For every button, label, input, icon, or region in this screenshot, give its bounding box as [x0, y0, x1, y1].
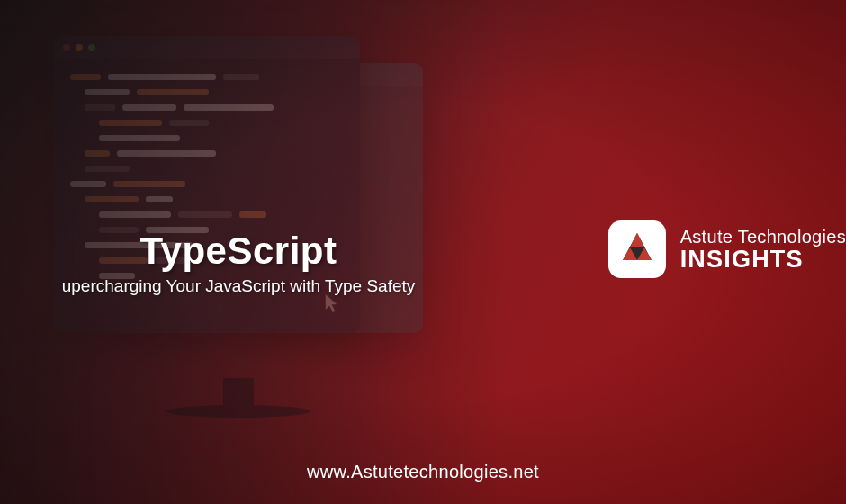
hero-subtitle: upercharging Your JavaScript with Type S…	[0, 276, 477, 296]
window-titlebar	[54, 36, 360, 59]
monitor-stand	[202, 378, 274, 423]
maximize-dot-icon	[88, 44, 95, 51]
hero-text: TypeScript upercharging Your JavaScript …	[0, 230, 477, 296]
hero-title: TypeScript	[0, 230, 477, 273]
brand-text: Astute Technologies INSIGHTS	[680, 227, 846, 272]
brand-block: Astute Technologies INSIGHTS	[608, 220, 846, 278]
brand-logo-icon	[608, 220, 666, 278]
brand-tagline: INSIGHTS	[680, 248, 846, 272]
code-editor-illustration	[45, 27, 432, 423]
close-dot-icon	[63, 44, 70, 51]
minimize-dot-icon	[76, 44, 83, 51]
brand-name: Astute Technologies	[680, 227, 846, 248]
footer-url: www.Astutetechnologies.net	[0, 462, 846, 482]
